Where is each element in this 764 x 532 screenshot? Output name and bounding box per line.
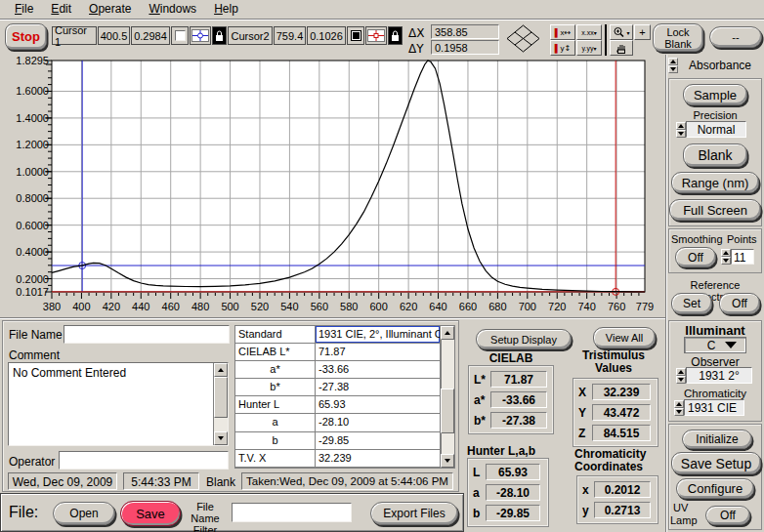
illuminant-dropdown[interactable]: C <box>684 337 746 353</box>
precision-selector[interactable]: Normal <box>676 121 746 138</box>
menu-help[interactable]: Help <box>205 1 247 18</box>
svg-text:480: 480 <box>191 301 209 312</box>
uv-lamp-toggle-button[interactable]: Off <box>705 506 750 525</box>
stop-button[interactable]: Stop <box>5 23 47 50</box>
table-row[interactable]: CIELAB L*71.87 <box>235 344 440 361</box>
cursor2-y-value: 0.1026 <box>307 26 346 45</box>
svg-text:740: 740 <box>577 301 595 312</box>
table-row[interactable]: b*-27.38 <box>235 379 440 396</box>
file-bar-label: File: <box>9 504 38 521</box>
menu-windows[interactable]: Windows <box>140 1 205 18</box>
cursor2-swatch[interactable] <box>347 26 364 45</box>
palette-divider <box>605 24 607 56</box>
table-row-value[interactable]: -27.38 <box>316 379 440 396</box>
points-spinner[interactable] <box>721 249 731 265</box>
hunter-l-value: 65.93 <box>486 464 540 480</box>
reference-set-button[interactable]: Set <box>671 293 712 314</box>
results-table[interactable]: Standard1931 CIE, 2°, Illuminant CCIELAB… <box>234 325 441 469</box>
chromaticity-coord-value[interactable]: 1931 CIE <box>684 399 744 416</box>
cursor1-style-button[interactable] <box>190 26 211 45</box>
lock-blank-label: Lock Blank <box>664 26 692 50</box>
blank-button[interactable]: Blank <box>683 143 747 167</box>
cursor2-name[interactable]: Cursor2 <box>228 26 273 45</box>
cursor2-lock-button[interactable] <box>388 26 403 45</box>
filter-label-1: File Name <box>183 501 228 524</box>
cursor2-style-button[interactable] <box>365 26 387 45</box>
table-scroll-thumb[interactable] <box>441 389 454 433</box>
table-row-value[interactable]: 32.239 <box>316 450 440 468</box>
points-value[interactable]: 11 <box>731 249 754 265</box>
filter-input[interactable] <box>233 504 351 521</box>
x-format-button[interactable]: x.xx▾ <box>576 24 602 40</box>
svg-text:620: 620 <box>400 301 417 312</box>
menu-operate[interactable]: Operate <box>80 1 140 18</box>
observer-spinner[interactable] <box>676 368 686 384</box>
cursor1-color-swatch <box>175 30 186 41</box>
observer-value[interactable]: 1931 2° <box>686 367 752 384</box>
dash-button[interactable]: -- <box>709 26 762 48</box>
table-row[interactable]: T.V. X32.239 <box>235 450 440 468</box>
mode-selector[interactable]: Absorbance <box>668 58 762 73</box>
menu-edit[interactable]: Edit <box>42 1 80 18</box>
smoothing-toggle-button[interactable]: Off <box>675 247 716 267</box>
view-all-button[interactable]: View All <box>593 327 656 348</box>
full-screen-button[interactable]: Full Screen <box>669 199 761 221</box>
table-scrollbar[interactable] <box>441 325 455 469</box>
table-row[interactable]: a-28.10 <box>235 414 440 431</box>
file-name-label: File Name <box>9 328 63 342</box>
cursor1-name[interactable]: Cursor 1 <box>52 26 97 45</box>
mode-spinner[interactable] <box>668 58 678 73</box>
chromaticity-selector[interactable]: 1931 CIE <box>674 399 744 416</box>
operator-input[interactable] <box>60 452 228 469</box>
cursor1-lock-button[interactable] <box>212 26 227 45</box>
table-row[interactable]: b-29.85 <box>235 432 440 450</box>
comment-box[interactable]: No Comment Entered <box>8 362 229 446</box>
export-files-button[interactable]: Export Files <box>370 502 458 525</box>
precision-value[interactable]: Normal <box>686 121 746 138</box>
table-row-value[interactable]: 65.93 <box>316 396 440 414</box>
precision-spinner[interactable] <box>676 122 686 138</box>
crosshair-tool-button[interactable]: + <box>634 24 651 40</box>
hand-icon <box>615 42 628 54</box>
initialize-button[interactable]: Initialize <box>682 430 752 449</box>
menu-file[interactable]: File <box>6 1 42 18</box>
table-row[interactable]: Hunter L65.93 <box>235 396 440 414</box>
table-row-value[interactable]: -33.66 <box>316 361 440 379</box>
table-row-value[interactable]: -29.85 <box>316 432 440 450</box>
scroll-up-button[interactable] <box>214 363 228 377</box>
mode-value[interactable]: Absorbance <box>678 59 762 72</box>
scroll-down-button[interactable] <box>214 431 228 445</box>
cursor1-swatch[interactable] <box>171 26 189 45</box>
comment-scrollbar[interactable] <box>213 363 228 445</box>
file-name-input[interactable] <box>64 326 229 343</box>
cursor-mover[interactable] <box>505 23 541 57</box>
configure-button[interactable]: Configure <box>676 478 754 499</box>
x-autoscale-button[interactable]: ▌x↔ <box>550 24 575 40</box>
table-row-label: CIELAB L* <box>235 344 316 361</box>
table-row[interactable]: Standard1931 CIE, 2°, Illuminant C <box>235 326 440 344</box>
tristimulus-x-label: X <box>578 386 592 399</box>
table-scroll-down[interactable] <box>441 454 454 468</box>
save-setup-button[interactable]: Save Setup <box>671 452 761 474</box>
scroll-thumb[interactable] <box>214 377 228 418</box>
save-button[interactable]: Save <box>120 501 181 526</box>
open-button[interactable]: Open <box>53 502 115 525</box>
range-button[interactable]: Range (nm) <box>671 172 759 193</box>
table-row-label: b <box>235 432 316 450</box>
zoom-tool-button[interactable]: ▾ <box>610 24 633 40</box>
tristimulus-z-label: Z <box>578 427 592 440</box>
table-row[interactable]: a*-33.66 <box>235 361 440 379</box>
setup-display-label: Setup Display <box>490 334 557 346</box>
sample-button[interactable]: Sample <box>683 84 747 105</box>
spectrum-chart[interactable]: 1.82951.60001.40001.20001.00000.80000.60… <box>0 54 664 319</box>
table-row-value[interactable]: 1931 CIE, 2°, Illuminant C <box>316 326 440 344</box>
observer-selector[interactable]: 1931 2° <box>676 367 752 384</box>
reference-off-button[interactable]: Off <box>719 293 760 314</box>
points-control[interactable]: 11 <box>721 249 754 265</box>
lock-blank-button[interactable]: Lock Blank <box>653 23 703 52</box>
table-scroll-up[interactable] <box>441 326 454 340</box>
setup-display-button[interactable]: Setup Display <box>476 329 572 349</box>
chromaticity-spinner[interactable] <box>674 400 684 416</box>
table-row-value[interactable]: -28.10 <box>316 414 440 431</box>
table-row-value[interactable]: 71.87 <box>316 344 440 361</box>
